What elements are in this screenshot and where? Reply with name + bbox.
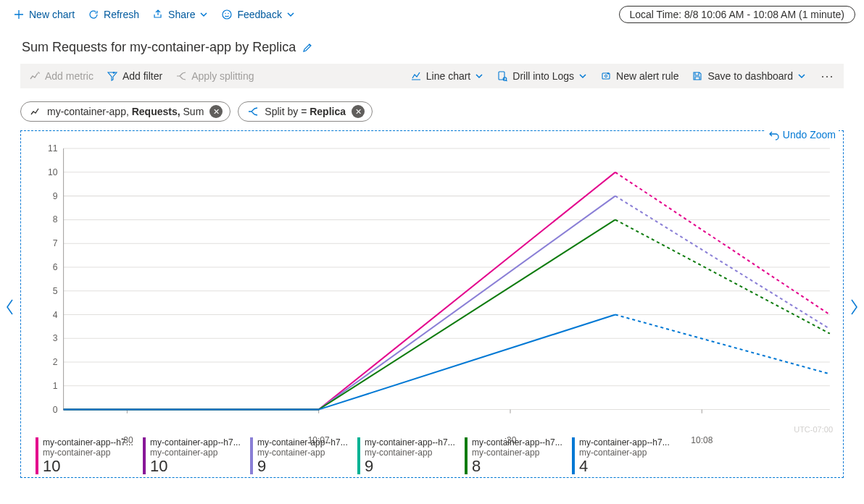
time-range-label: Local Time: 8/8 10:06 AM - 10:08 AM (1 m… (630, 9, 844, 20)
chart-plot[interactable]: 01234567891011 (28, 144, 836, 423)
save-dashboard-button[interactable]: Save to dashboard (689, 69, 809, 83)
legend-color-swatch (250, 437, 253, 474)
legend-series-value: 8 (472, 458, 562, 474)
legend-item[interactable]: my-container-app--h7... my-container-app… (357, 437, 459, 474)
legend-series-name: my-container-app--h7... (579, 437, 670, 448)
chevron-down-icon (286, 10, 295, 19)
legend-color-swatch (36, 437, 38, 474)
feedback-label: Feedback (237, 9, 281, 20)
chevron-right-icon (848, 297, 860, 317)
metric-pill-agg: Sum (180, 106, 204, 117)
legend-series-subtitle: my-container-app (43, 448, 133, 458)
filter-pills-row: my-container-app, Requests, Sum ✕ Split … (0, 91, 864, 127)
metric-icon (29, 70, 41, 82)
add-metric-label: Add metric (45, 70, 94, 82)
timezone-label: UTC-07:00 (794, 425, 833, 434)
refresh-label: Refresh (104, 9, 139, 20)
svg-text:7: 7 (53, 238, 58, 248)
refresh-icon (88, 9, 99, 20)
line-chart-icon (410, 70, 422, 82)
undo-zoom-button[interactable]: Undo Zoom (765, 129, 839, 140)
time-range-pill[interactable]: Local Time: 8/8 10:06 AM - 10:08 AM (1 m… (619, 6, 855, 23)
svg-text:5: 5 (53, 286, 58, 296)
svg-text:1: 1 (53, 381, 58, 391)
legend-row: my-container-app--h7... my-container-app… (28, 437, 836, 474)
metric-pill-resource: my-container-app, (47, 106, 132, 117)
legend-series-value: 9 (365, 458, 455, 474)
legend-series-subtitle: my-container-app (257, 448, 348, 458)
svg-point-0 (223, 10, 231, 19)
drill-logs-label: Drill into Logs (512, 70, 574, 82)
chevron-down-icon (199, 10, 208, 19)
legend-item[interactable]: my-container-app--h7... my-container-app… (143, 437, 244, 474)
legend-color-swatch (465, 437, 468, 474)
legend-series-name: my-container-app--h7... (257, 437, 348, 448)
split-pill[interactable]: Split by = Replica ✕ (238, 101, 373, 122)
alert-icon (600, 70, 612, 82)
metric-pill[interactable]: my-container-app, Requests, Sum ✕ (20, 101, 230, 122)
chevron-down-icon (578, 72, 587, 80)
share-label: Share (168, 9, 195, 20)
metric-icon (30, 106, 41, 117)
chart-type-label: Line chart (426, 70, 470, 82)
feedback-button[interactable]: Feedback (217, 6, 299, 23)
split-pill-label: Split by = (265, 106, 310, 117)
new-chart-button[interactable]: New chart (9, 6, 79, 23)
svg-text:0: 0 (53, 405, 58, 415)
svg-text:10: 10 (48, 167, 58, 177)
remove-metric-icon[interactable]: ✕ (209, 105, 223, 118)
legend-color-swatch (572, 437, 575, 474)
svg-text:11: 11 (48, 144, 58, 154)
prev-chart-button[interactable] (4, 297, 16, 322)
legend-item[interactable]: my-container-app--h7... my-container-app… (36, 437, 137, 474)
remove-split-icon[interactable]: ✕ (352, 105, 365, 118)
svg-text:9: 9 (53, 191, 58, 201)
chart-type-dropdown[interactable]: Line chart (407, 69, 486, 83)
smile-icon (221, 9, 233, 20)
chart-title: Sum Requests for my-container-app by Rep… (22, 40, 296, 55)
split-icon (175, 70, 187, 82)
chevron-down-icon (797, 72, 806, 80)
legend-item[interactable]: my-container-app--h7... my-container-app… (465, 437, 566, 474)
legend-series-name: my-container-app--h7... (43, 437, 133, 448)
legend-series-value: 10 (150, 458, 241, 474)
legend-series-value: 10 (43, 458, 133, 474)
legend-color-swatch (357, 437, 360, 474)
plus-icon (13, 9, 25, 20)
svg-text:2: 2 (53, 357, 58, 367)
legend-item[interactable]: my-container-app--h7... my-container-app… (250, 437, 352, 474)
add-filter-label: Add filter (122, 70, 162, 82)
svg-text:4: 4 (53, 310, 58, 320)
legend-series-subtitle: my-container-app (150, 448, 241, 458)
legend-series-name: my-container-app--h7... (472, 437, 562, 448)
metric-toolbar: Add metric Add filter Apply splitting Li… (20, 64, 844, 88)
legend-item[interactable]: my-container-app--h7... my-container-app… (572, 437, 673, 474)
svg-point-1 (225, 13, 226, 14)
add-metric-button[interactable]: Add metric (26, 69, 96, 83)
new-alert-label: New alert rule (616, 70, 678, 82)
add-filter-button[interactable]: Add filter (104, 69, 165, 83)
split-icon (247, 106, 259, 117)
legend-series-subtitle: my-container-app (365, 448, 455, 458)
legend-series-subtitle: my-container-app (579, 448, 670, 458)
svg-point-6 (605, 75, 607, 77)
legend-series-name: my-container-app--h7... (365, 437, 455, 448)
legend-series-name: my-container-app--h7... (150, 437, 241, 448)
filter-icon (107, 70, 118, 82)
new-alert-button[interactable]: New alert rule (597, 69, 681, 83)
more-options-button[interactable]: ⋯ (816, 68, 838, 84)
save-icon (691, 70, 703, 82)
apply-splitting-button[interactable]: Apply splitting (173, 69, 257, 83)
next-chart-button[interactable] (848, 297, 860, 322)
legend-series-subtitle: my-container-app (472, 448, 562, 458)
refresh-button[interactable]: Refresh (83, 6, 144, 23)
svg-text:6: 6 (53, 262, 58, 272)
share-button[interactable]: Share (148, 6, 212, 23)
legend-series-value: 4 (579, 458, 670, 474)
metric-pill-name: Requests, (132, 106, 180, 117)
drill-logs-button[interactable]: Drill into Logs (494, 69, 590, 83)
new-chart-label: New chart (29, 9, 75, 20)
share-icon (152, 9, 164, 20)
edit-icon[interactable] (302, 42, 313, 54)
chevron-left-icon (4, 297, 16, 317)
